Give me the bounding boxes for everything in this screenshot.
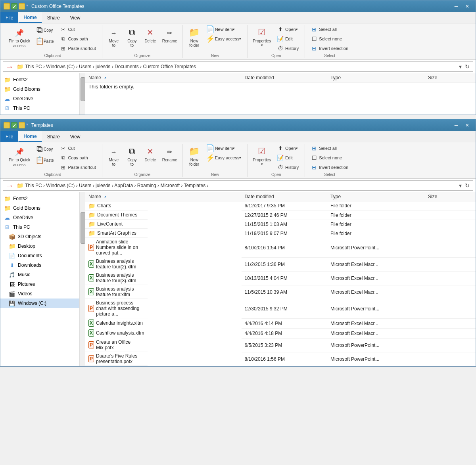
table-row[interactable]: 📁Charts 6/12/2017 9:35 PM File folder [85,201,476,211]
col-header-size-2[interactable]: Size [425,192,476,201]
new-item-button-2[interactable]: New item ▾ [204,144,244,153]
table-row[interactable]: 📁LiveContent 11/15/2015 1:03 AM File fol… [85,220,476,229]
col-header-date-1[interactable]: Date modified [242,73,327,82]
sidebar-item-fonts2-2[interactable]: 📁 Fonts2 [0,194,79,203]
history-button-2[interactable]: History [274,163,301,172]
sidebar-item-videos[interactable]: 🎬 Videos [0,289,79,299]
new-item-button-1[interactable]: New item ▾ [204,25,244,34]
tab-share-1[interactable]: Share [42,12,65,23]
move-to-button-2[interactable]: Move to [106,144,122,168]
col-header-size-1[interactable]: Size [425,73,476,82]
close-button-1[interactable]: ✕ [462,2,472,10]
delete-button-2[interactable]: Delete [142,144,159,163]
select-none-button-2[interactable]: Select none [308,153,351,162]
address-dropdown-button-1[interactable]: ▾ [458,63,463,71]
sidebar-item-3dobjects[interactable]: 📦 3D Objects [0,232,79,241]
sidebar-item-onedrive-2[interactable]: ☁ OneDrive [0,213,79,222]
table-row[interactable]: 📁Document Themes 12/27/2015 2:46 PM File… [85,210,476,220]
copy-to-button-2[interactable]: Copy to [124,144,140,168]
paste-shortcut-button-2[interactable]: ⊞ Paste shortcut [58,163,99,172]
address-refresh-button-1[interactable]: ↻ [464,63,470,71]
properties-button-2[interactable]: Properties ▾ [251,144,273,167]
scrollbar-thumb-2[interactable] [81,212,85,244]
minimize-button-2[interactable]: ─ [451,121,461,129]
address-bar-2[interactable]: → 📁 This PC › Windows (C:) › Users › jul… [3,180,473,191]
sidebar-item-pictures[interactable]: 🖼 Pictures [0,279,79,289]
open-button-2[interactable]: Open ▾ [274,144,301,153]
address-bar-1[interactable]: → 📁 This PC › Windows (C:) › Users › jul… [3,61,473,72]
col-header-name-1[interactable]: Name ∧ [85,73,242,82]
rename-button-1[interactable]: Rename [160,25,179,44]
sidebar-scrollbar-2[interactable] [80,192,85,366]
sidebar-item-thispc-2[interactable]: 🖥 This PC [0,222,79,232]
table-row[interactable]: XCashflow analysis.xltm 4/4/2016 4:18 PM… [85,328,476,338]
sidebar-item-goldblooms-1[interactable]: 📁 Gold Blooms [0,84,79,94]
history-button-1[interactable]: History [274,44,301,53]
pc-icon-2: 🖥 [4,224,11,231]
paste-button-2[interactable]: Paste [34,155,56,165]
minimize-button-1[interactable]: ─ [451,2,461,10]
copy-to-button-1[interactable]: Copy to [124,25,140,49]
table-row[interactable]: PDuarte's Five Rules presentation.potx 8… [85,352,476,366]
sidebar-item-goldblooms-2[interactable]: 📁 Gold Blooms [0,203,79,213]
sidebar-item-onedrive-1[interactable]: ☁ OneDrive [0,94,79,103]
sidebar-item-documents[interactable]: 📄 Documents [0,251,79,260]
sidebar-scrollbar-1[interactable] [80,73,85,115]
rename-button-2[interactable]: Rename [160,144,179,163]
table-row[interactable]: XBusiness analysis feature tour(2).xltm … [85,257,476,271]
new-folder-button-2[interactable]: New folder [186,144,203,168]
select-all-button-2[interactable]: Select all [308,144,351,153]
table-row[interactable]: XBusiness analysis feature tour.xltm 11/… [85,285,476,299]
sidebar-item-thispc-1[interactable]: 🖥 This PC [0,103,79,113]
easy-access-button-2[interactable]: Easy access ▾ [204,153,244,162]
properties-button-1[interactable]: Properties ▾ [251,25,273,48]
copy-path-button-2[interactable]: Copy path [58,153,99,162]
tab-view-2[interactable]: View [65,131,86,142]
table-row[interactable]: XBusiness analysis feature tour(3).xltm … [85,271,476,285]
tab-view-1[interactable]: View [65,12,86,23]
select-none-button-1[interactable]: Select none [308,34,351,43]
table-row[interactable]: PBusiness process chart with ascending p… [85,299,476,318]
edit-button-2[interactable]: Edit [274,153,301,162]
easy-access-button-1[interactable]: Easy access ▾ [204,34,244,43]
sidebar-item-downloads[interactable]: ⬇ Downloads [0,260,79,270]
address-refresh-button-2[interactable]: ↻ [464,182,470,189]
col-header-type-1[interactable]: Type [327,73,425,82]
copy-button-2[interactable]: Copy [34,144,56,154]
tab-share-2[interactable]: Share [42,131,65,142]
address-dropdown-button-2[interactable]: ▾ [458,182,463,189]
copy-path-button-1[interactable]: Copy path [58,34,99,43]
select-all-button-1[interactable]: Select all [308,25,351,34]
table-row[interactable]: XCalendar insights.xltm 4/4/2016 4:14 PM… [85,318,476,328]
edit-button-1[interactable]: Edit [274,34,301,43]
close-button-2[interactable]: ✕ [462,121,472,129]
cut-button-2[interactable]: Cut [58,144,99,153]
sidebar-item-windowsc[interactable]: 💾 Windows (C:) [0,299,79,308]
col-header-date-2[interactable]: Date modified [242,192,327,201]
invert-selection-button-1[interactable]: Invert selection [308,44,351,53]
paste-shortcut-button-1[interactable]: ⊞ Paste shortcut [58,44,99,53]
move-to-button-1[interactable]: Move to [106,25,122,49]
table-row[interactable]: 📁SmartArt Graphics 11/19/2015 9:07 PM Fi… [85,229,476,238]
tab-file-1[interactable]: File [0,12,18,23]
delete-button-1[interactable]: Delete [142,25,159,44]
tab-home-1[interactable]: Home [18,12,42,23]
tab-home-2[interactable]: Home [18,131,42,142]
new-folder-button-1[interactable]: New folder [186,25,203,49]
table-row[interactable]: PCreate an Office Mix.potx 6/5/2015 3:23… [85,338,476,352]
sidebar-item-fonts2-1[interactable]: 📁 Fonts2 [0,75,79,84]
sidebar-item-desktop[interactable]: 📁 Desktop [0,241,79,251]
scrollbar-thumb-1[interactable] [81,77,85,101]
col-header-name-2[interactable]: Name ∧ [85,192,242,201]
tab-file-2[interactable]: File [0,131,18,142]
pin-to-quick-access-button-1[interactable]: Pin to Quick access [7,25,32,50]
cut-button-1[interactable]: Cut [58,25,99,34]
col-header-type-2[interactable]: Type [327,192,425,201]
invert-selection-button-2[interactable]: Invert selection [308,163,351,172]
copy-button-1[interactable]: Copy [34,25,56,35]
pin-to-quick-access-button-2[interactable]: Pin to Quick access [7,144,32,168]
sidebar-item-music[interactable]: 🎵 Music [0,270,79,279]
open-button-1[interactable]: Open ▾ [274,25,301,34]
paste-button-1[interactable]: Paste [34,36,56,46]
table-row[interactable]: PAnimation slide Numbers slide in on cur… [85,238,476,257]
